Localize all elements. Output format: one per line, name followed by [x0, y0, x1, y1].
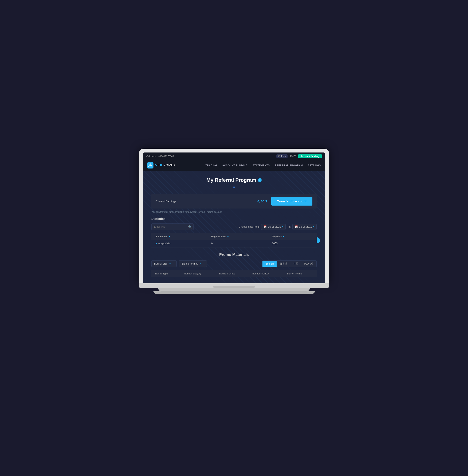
account-funding-button[interactable]: Account funding — [298, 154, 322, 158]
nav-links: TRADING ACCOUNT FUNDING STATEMENTS REFER… — [205, 164, 321, 167]
language-tabs: English 日本語 中国 Русский — [262, 260, 317, 267]
callback-label: Call back — [146, 155, 156, 157]
search-wrap: 🔍 — [151, 224, 193, 230]
earnings-label: Current Earnings — [156, 200, 257, 203]
exit-button[interactable]: EXIT — [290, 155, 295, 157]
date-from-value: 15-05-2019 — [268, 225, 281, 228]
calendar-to-icon: 📅 — [295, 225, 298, 228]
logo-icon — [147, 162, 153, 168]
nav-trading[interactable]: TRADING — [205, 164, 217, 167]
transfer-note: You can transfer funds available for pay… — [151, 211, 317, 213]
date-to-arrow-icon: ▾ — [313, 225, 314, 228]
stats-header-row: Link names ▾ Registrations ▾ Deposits ▾ — [151, 233, 317, 240]
promo-title: Promo Materials — [151, 252, 317, 257]
top-bar-left: Call back +18499370843 — [146, 155, 174, 157]
lang-flag-icon: 🏴 — [278, 155, 281, 157]
date-to-selector[interactable]: 📅 15-06-2019 ▾ — [292, 224, 317, 230]
cell-deposits: 100$ — [269, 240, 317, 248]
filters-row: 🔍 Choose date from: 📅 15-05-2019 ▾ To: — [151, 224, 317, 230]
svg-rect-3 — [150, 165, 151, 166]
date-from-selector[interactable]: 📅 15-05-2019 ▾ — [261, 224, 285, 230]
nav-referral[interactable]: REFERRAL PROGRAM — [275, 164, 303, 167]
laptop-stand — [158, 288, 310, 291]
logo-vide: VIDE — [155, 163, 163, 167]
banner-table: Banner Type Banner Size(px) Banner Forma… — [151, 270, 317, 277]
nav-statements[interactable]: STATEMENTS — [253, 164, 270, 167]
nav-bar: VIDEFOREX TRADING ACCOUNT FUNDING STATEM… — [143, 160, 325, 171]
earnings-value: 0, 00 $ — [257, 199, 267, 203]
page-title-area: My Referral Program i ▾ — [151, 177, 317, 190]
laptop-screen: Call back +18499370843 🏴 EN ▾ EXIT Accou… — [143, 153, 325, 283]
banner-size-label: Banner size — [154, 262, 167, 265]
link-arrow-icon: ↗ — [155, 242, 157, 245]
cell-link: ↗ wzq-qnlxfn — [151, 240, 208, 248]
date-filters: Choose date from: 📅 15-05-2019 ▾ To: 📅 1… — [239, 224, 317, 230]
col-banner-type: Banner Type — [151, 270, 181, 277]
statistics-title: Statistics — [151, 217, 317, 221]
calendar-icon: 📅 — [263, 225, 267, 228]
info-icon[interactable]: i — [258, 178, 262, 182]
promo-materials-section: Promo Materials Banner size ▾ Banner for… — [151, 252, 317, 277]
cell-registrations: 0 — [208, 240, 269, 248]
laptop-base — [139, 283, 329, 288]
lang-label: EN — [281, 155, 284, 157]
stats-table-head: Link names ▾ Registrations ▾ Deposits ▾ — [151, 233, 317, 240]
col-banner-format: Banner Format — [216, 270, 249, 277]
statistics-section: Statistics 🔍 Choose date from: 📅 15-05-2… — [151, 217, 317, 248]
logo-text: VIDEFOREX — [155, 163, 176, 167]
language-button[interactable]: 🏴 EN ▾ — [276, 154, 288, 158]
col-registrations[interactable]: Registrations ▾ — [208, 233, 269, 240]
laptop-wrapper: Call back +18499370843 🏴 EN ▾ EXIT Accou… — [139, 149, 329, 294]
banner-format-dropdown[interactable]: Banner format ▾ — [179, 260, 207, 267]
banner-format-arrow-icon: ▾ — [200, 263, 201, 265]
page-title: My Referral Program i — [151, 177, 317, 183]
top-bar: Call back +18499370843 🏴 EN ▾ EXIT Accou… — [143, 153, 325, 160]
banner-size-arrow-icon: ▾ — [170, 263, 171, 265]
earnings-row: Current Earnings 0, 00 $ Transfer to acc… — [151, 194, 317, 209]
sort-arrow-link: ▾ — [169, 236, 170, 238]
col-link-names[interactable]: Link names ▾ — [151, 233, 208, 240]
stats-table-wrapper: Link names ▾ Registrations ▾ Deposits ▾ — [151, 233, 317, 248]
stats-table: Link names ▾ Registrations ▾ Deposits ▾ — [151, 233, 317, 248]
link-cell: ↗ wzq-qnlxfn — [155, 242, 205, 245]
search-icon-button[interactable]: 🔍 — [188, 225, 192, 228]
col-banner-preview: Banner Preview — [249, 270, 284, 277]
laptop-foot — [153, 291, 315, 294]
banner-size-dropdown[interactable]: Banner size ▾ — [151, 260, 177, 267]
date-to-label: To: — [287, 225, 291, 228]
page-title-text: My Referral Program — [206, 177, 256, 183]
lang-tab-chinese[interactable]: 中国 — [290, 261, 301, 267]
lang-tab-japanese[interactable]: 日本語 — [277, 261, 290, 267]
date-to-value: 15-06-2019 — [299, 225, 312, 228]
nav-settings[interactable]: SETTINGS — [308, 164, 321, 167]
banner-table-head: Banner Type Banner Size(px) Banner Forma… — [151, 270, 317, 277]
banner-header-row: Banner Type Banner Size(px) Banner Forma… — [151, 270, 317, 277]
lang-chevron-icon: ▾ — [285, 155, 286, 157]
col-banner-size: Banner Size(px) — [181, 270, 216, 277]
col-banner-format-2: Banner Format — [284, 270, 317, 277]
stats-table-body: ↗ wzq-qnlxfn 0 100$ — [151, 240, 317, 248]
table-row: ↗ wzq-qnlxfn 0 100$ — [151, 240, 317, 248]
banner-format-label: Banner format — [181, 262, 198, 265]
logo-forex: FOREX — [163, 163, 176, 167]
col-deposits[interactable]: Deposits ▾ — [269, 233, 317, 240]
sort-arrow-reg: ▾ — [227, 236, 229, 238]
transfer-to-account-button[interactable]: Transfer to account — [271, 197, 312, 206]
laptop-bezel: Call back +18499370843 🏴 EN ▾ EXIT Accou… — [139, 149, 329, 283]
lang-tab-english[interactable]: English — [263, 261, 277, 267]
chevron-down-icon: ▾ — [151, 185, 317, 190]
logo-area: VIDEFOREX — [147, 162, 176, 168]
sort-arrow-dep: ▾ — [283, 236, 284, 238]
lang-tab-russian[interactable]: Русский — [301, 261, 316, 267]
link-name: wzq-qnlxfn — [158, 242, 170, 245]
top-bar-right: 🏴 EN ▾ EXIT Account funding — [276, 154, 322, 158]
promo-filters: Banner size ▾ Banner format ▾ English 日本… — [151, 260, 317, 267]
phone-number: +18499370843 — [158, 155, 174, 157]
page-content: My Referral Program i ▾ Current Earnings… — [143, 171, 325, 283]
date-from-label: Choose date from: — [239, 225, 260, 228]
search-input[interactable] — [151, 224, 193, 230]
date-from-arrow-icon: ▾ — [282, 225, 283, 228]
nav-account-funding[interactable]: ACCOUNT FUNDING — [222, 164, 248, 167]
